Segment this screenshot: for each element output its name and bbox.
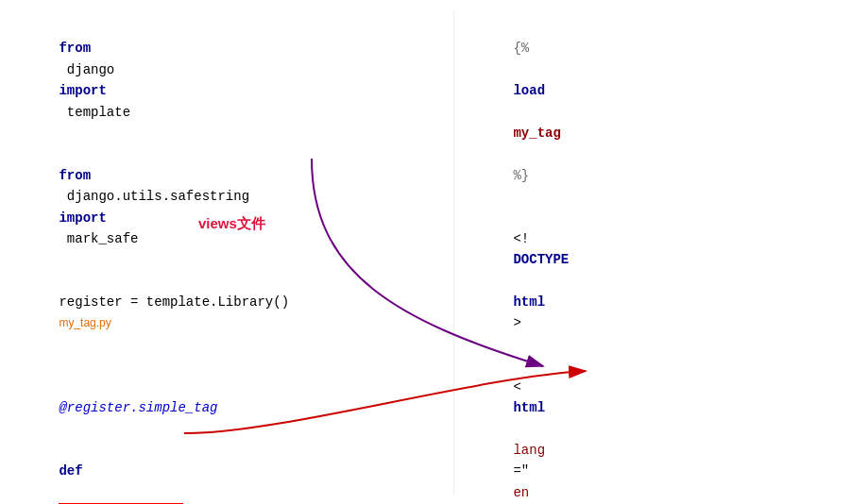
html-lt-1: <: [513, 379, 520, 395]
kw-import-1: import: [59, 83, 106, 98]
html-attr-lang: lang: [513, 443, 545, 458]
html-tag-html: html: [513, 294, 545, 310]
code-line-2: from django.utils.safestring import mark…: [11, 143, 442, 270]
code-line-6: def tag(a):: [11, 440, 442, 504]
normal-1: django: [59, 62, 122, 77]
code-line-blank: [11, 355, 442, 376]
html-normal-gt: >: [513, 315, 520, 330]
tmpl-kw-load: load: [513, 83, 545, 98]
kw-import-2: import: [59, 210, 106, 226]
tmpl-tag-1-close: %}: [513, 168, 529, 183]
views-label-container: views文件: [198, 215, 265, 233]
html-eq-1: =": [513, 463, 529, 479]
kw-from-2: from: [59, 168, 91, 183]
tmpl-name-mytag: my_tag: [513, 126, 560, 141]
normal-4: mark_safe: [59, 231, 138, 246]
normal-6: [59, 485, 66, 500]
normal-r2: [513, 105, 520, 120]
html-normal-html: [513, 274, 520, 289]
decorator: @register.simple_tag: [59, 400, 217, 415]
views-label: views文件: [198, 215, 265, 231]
normal-2: template: [59, 105, 130, 120]
normal-3: django.utils.safestring: [59, 189, 257, 204]
html-space-1: [513, 421, 520, 436]
rcode-line-1: {% load my_tag %}: [466, 17, 840, 208]
rcode-line-3: < html lang =" en ">: [466, 355, 840, 504]
html-kw-html: html: [513, 400, 545, 415]
left-panel: from django import template from django.…: [0, 9, 453, 495]
filename-label: my_tag.py: [59, 316, 111, 329]
normal-r1: [513, 62, 520, 77]
code-line-5: @register.simple_tag: [11, 377, 442, 440]
tmpl-tag-1: {%: [513, 41, 529, 56]
main-container: from django import template from django.…: [0, 0, 851, 504]
kw-def-1: def: [59, 463, 82, 479]
kw-from-1: from: [59, 41, 91, 56]
normal-5: register = template.Library(): [59, 294, 304, 310]
normal-r3: [513, 146, 520, 161]
html-val-en: en: [513, 485, 529, 500]
code-line-3: register = template.Library() my_tag.py: [11, 271, 442, 356]
rcode-line-2: <! DOCTYPE html >: [466, 208, 840, 356]
right-panel: {% load my_tag %} <! DOCTYPE html > < ht…: [453, 9, 851, 495]
html-normal-doctype: <!: [513, 231, 529, 246]
html-kw-doctype: DOCTYPE: [513, 252, 569, 267]
code-line-1: from django import template: [11, 17, 442, 143]
